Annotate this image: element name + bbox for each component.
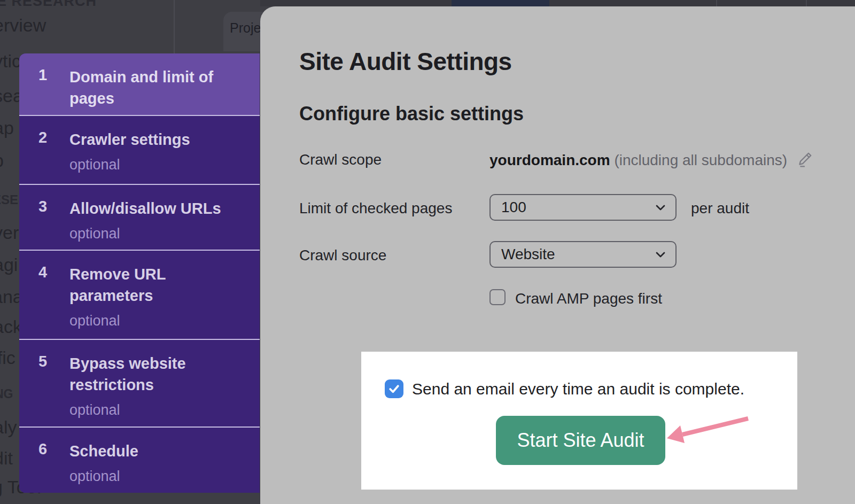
background-menu-fragment: erview bbox=[0, 15, 46, 36]
wizard-step-bypass-website-restrictions[interactable]: 5 Bypass website restrictions optional bbox=[19, 339, 260, 427]
limit-of-checked-pages-label: Limit of checked pages bbox=[299, 200, 452, 217]
step-title: Crawler settings bbox=[69, 129, 240, 150]
wizard-step-domain-and-limit[interactable]: 1 Domain and limit of pages bbox=[19, 53, 260, 115]
background-divider bbox=[716, 0, 717, 6]
step-number: 2 bbox=[31, 129, 55, 146]
step-number: 3 bbox=[31, 198, 55, 215]
step-optional-label: optional bbox=[69, 313, 120, 329]
background-divider bbox=[806, 0, 807, 6]
background-menu-fragment: aly bbox=[0, 417, 17, 438]
step-number: 6 bbox=[31, 440, 55, 458]
site-audit-settings-modal: Site Audit Settings Configure basic sett… bbox=[260, 6, 855, 504]
modal-title: Site Audit Settings bbox=[299, 47, 512, 76]
background-menu-fragment: NG bbox=[0, 387, 13, 401]
email-checkbox[interactable] bbox=[385, 379, 403, 398]
limit-select-value: 100 bbox=[501, 199, 526, 216]
screen: E RESEARCH erview ytic sea ap p ESE ver … bbox=[0, 0, 855, 504]
step-number: 1 bbox=[31, 66, 55, 84]
chevron-down-icon bbox=[654, 201, 667, 214]
wizard-step-allow-disallow-urls[interactable]: 3 Allow/disallow URLs optional bbox=[19, 184, 260, 250]
background-top-bar-segment bbox=[452, 0, 549, 6]
chevron-down-icon bbox=[654, 248, 667, 261]
step-title: Domain and limit of pages bbox=[69, 66, 240, 109]
annotation-arrow-icon bbox=[660, 407, 756, 453]
crawl-source-label: Crawl source bbox=[299, 247, 386, 264]
background-menu-fragment: E RESEARCH bbox=[0, 0, 97, 10]
email-option-row: Send an email every time an audit is com… bbox=[385, 379, 744, 398]
step-title: Schedule bbox=[69, 440, 240, 462]
background-divider bbox=[174, 0, 175, 53]
step-number: 5 bbox=[31, 353, 55, 370]
background-menu-fragment: ESE bbox=[0, 192, 18, 207]
wizard-step-crawler-settings[interactable]: 2 Crawler settings optional bbox=[19, 115, 260, 184]
crawl-source-select[interactable]: Website bbox=[489, 241, 677, 268]
background-menu-fragment: ffic bbox=[0, 347, 15, 368]
step-title: Bypass website restrictions bbox=[69, 353, 240, 396]
crawl-scope-domain: yourdomain.com bbox=[489, 152, 610, 168]
crawl-amp-label: Crawl AMP pages first bbox=[515, 290, 662, 307]
step-optional-label: optional bbox=[69, 226, 120, 242]
limit-select[interactable]: 100 bbox=[489, 194, 677, 221]
crawl-amp-checkbox[interactable] bbox=[489, 289, 506, 305]
section-heading: Configure basic settings bbox=[299, 103, 524, 125]
wizard-step-schedule[interactable]: 6 Schedule optional bbox=[19, 427, 260, 493]
step-title: Remove URL parameters bbox=[69, 263, 240, 306]
step-optional-label: optional bbox=[69, 468, 120, 485]
step-optional-label: optional bbox=[69, 157, 120, 173]
crawl-scope-value: yourdomain.com (including all subdomains… bbox=[489, 151, 813, 171]
crawl-source-value: Website bbox=[501, 246, 555, 263]
crawl-scope-label: Crawl scope bbox=[299, 151, 382, 168]
wizard-step-remove-url-parameters[interactable]: 4 Remove URL parameters optional bbox=[19, 250, 260, 339]
background-menu-fragment: agi bbox=[0, 254, 18, 275]
background-menu-fragment: ver bbox=[0, 222, 19, 243]
background-menu-fragment: dit bbox=[0, 448, 13, 469]
step-title: Allow/disallow URLs bbox=[69, 198, 240, 219]
background-menu-fragment: ytic bbox=[0, 51, 21, 72]
checkmark-icon bbox=[387, 382, 401, 396]
per-audit-suffix: per audit bbox=[691, 200, 749, 217]
step-optional-label: optional bbox=[69, 402, 120, 418]
background-menu-fragment: p bbox=[0, 150, 4, 171]
start-site-audit-button[interactable]: Start Site Audit bbox=[496, 416, 665, 465]
wizard-steps-sidebar: 1 Domain and limit of pages 2 Crawler se… bbox=[19, 53, 260, 493]
step-number: 4 bbox=[31, 263, 55, 281]
edit-pencil-icon[interactable] bbox=[797, 151, 813, 171]
background-top-bar bbox=[260, 0, 855, 6]
background-menu-fragment: ack bbox=[0, 316, 22, 337]
background-menu-fragment: ap bbox=[0, 118, 14, 138]
email-checkbox-label: Send an email every time an audit is com… bbox=[412, 380, 744, 398]
crawl-scope-note: (including all subdomains) bbox=[614, 152, 787, 168]
